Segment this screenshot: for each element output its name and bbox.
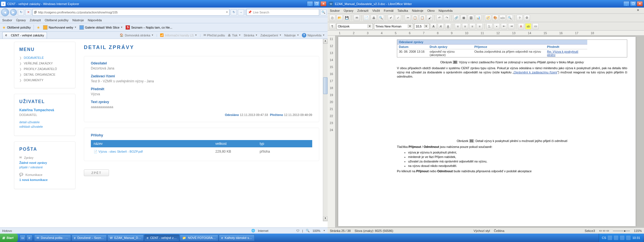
cmd-tools[interactable]: Nástroje▼ xyxy=(284,34,299,37)
favlink-suggested[interactable]: Navrhované weby▼ xyxy=(43,25,77,30)
doc-table-link[interactable]: Re: Výzva k poskytnutí plnění xyxy=(545,49,587,57)
tb-new-icon[interactable]: 🗋 xyxy=(329,15,335,21)
tb-highlight-icon[interactable]: ab xyxy=(525,23,531,29)
task-outlook[interactable]: ✉Doručená pošta - … xyxy=(34,234,71,241)
ie-search-box[interactable]: 📌 Live Search xyxy=(247,9,319,16)
cmd-help[interactable]: ?Nápověda▼ xyxy=(302,33,325,38)
size-combo[interactable]: 10,5▾ xyxy=(414,23,429,29)
tb-outdent-icon[interactable]: ⇤ xyxy=(501,23,507,29)
tb-fontcolor-icon[interactable]: A xyxy=(518,23,524,29)
lo-hruler[interactable]: 123456789101112131415161718 xyxy=(328,31,644,36)
tray-icon[interactable] xyxy=(608,236,612,240)
clock[interactable]: 10:31 xyxy=(632,236,640,239)
tb-save-icon[interactable]: 💾 xyxy=(344,15,350,21)
cmd-home[interactable]: 🏠Domovská stránka▼ xyxy=(120,33,153,37)
status-page[interactable]: Stránka 25 / 38 xyxy=(330,229,351,232)
document-page[interactable]: Odeslané zprávy Datum Druh zprávy Příjem… xyxy=(338,37,636,226)
tb-align-just-icon[interactable]: ≡ xyxy=(477,23,483,29)
tb-copy-icon[interactable]: 📋 xyxy=(412,15,418,21)
ie-refresh-button[interactable]: ↻ xyxy=(18,9,24,15)
favlink-seznam[interactable]: SSeznam – Najdu tam, co hle... xyxy=(126,25,172,30)
posta-inout[interactable]: přijaté / odeslané xyxy=(19,166,70,169)
font-combo[interactable]: Times New Roman▾ xyxy=(374,23,413,29)
style-combo[interactable]: Obrázek▾ xyxy=(337,23,373,29)
lo-menu-format[interactable]: Formát xyxy=(384,9,394,12)
tb-redo-icon[interactable]: ↷ xyxy=(444,15,450,21)
menu-profily[interactable]: ❯PROFILY ZADAVATELŮ xyxy=(19,67,70,71)
ie-tab-current[interactable]: e CENT - veřejné zakázky xyxy=(2,32,47,39)
ie-maximize-button[interactable]: ❐ xyxy=(314,1,320,6)
menu-organizace[interactable]: ❯DETAIL ORGANIZACE xyxy=(19,73,70,76)
status-style[interactable]: Výchozí styl xyxy=(473,229,490,232)
cmd-safety[interactable]: Zabezpečení▼ xyxy=(261,34,282,37)
tb-zoom-icon[interactable]: 🔍 xyxy=(507,15,513,21)
ql-desktop-icon[interactable]: ▭ xyxy=(20,235,26,241)
favlink-gallery[interactable]: Galerie oblastí Web Slice▼ xyxy=(79,25,123,30)
view-icons[interactable]: ▭ ▭ ▭ xyxy=(599,229,609,232)
status-zoom[interactable]: 115% xyxy=(634,229,642,232)
tb-bold-icon[interactable]: A xyxy=(430,23,437,29)
menu-edit[interactable]: Úpravy xyxy=(16,18,26,22)
lo-menu-window[interactable]: Okno xyxy=(427,9,435,12)
ie-go-button[interactable]: → xyxy=(238,9,244,15)
lo-minimize-button[interactable]: _ xyxy=(623,1,629,6)
scroll-down-button[interactable]: ▼ xyxy=(323,217,328,221)
tb-src-icon[interactable]: </> xyxy=(499,15,506,21)
lo-menu-view[interactable]: Zobrazit xyxy=(357,9,368,12)
tb-mail-icon[interactable]: ✉ xyxy=(354,15,360,21)
menu-zakazky[interactable]: ❯VEŘEJNÉ ZAKÁZKY xyxy=(19,62,70,65)
tb-indent-icon[interactable]: ⇥ xyxy=(508,23,514,29)
tb-underline-icon[interactable]: A xyxy=(445,23,451,29)
add-fav-icon[interactable]: ★ xyxy=(37,25,40,30)
task-kalhoty[interactable]: eKalhoty dámské s… xyxy=(219,234,255,241)
ie-stop-button[interactable]: ✕ xyxy=(25,9,31,15)
tb-align-right-icon[interactable]: ≡ xyxy=(469,23,475,29)
back-button[interactable]: ZPĚT xyxy=(84,169,109,176)
tb-image-icon[interactable]: 🖼 xyxy=(468,15,474,21)
tb-styles-icon[interactable]: ¶ xyxy=(329,23,335,29)
posta-zpravy[interactable]: ✉Zprávy xyxy=(19,156,70,159)
lo-menu-insert[interactable]: Vložit xyxy=(372,9,380,12)
ie-refresh2-button[interactable]: ↻ xyxy=(231,9,237,15)
ie-minimize-button[interactable]: _ xyxy=(307,1,313,6)
cmd-mail[interactable]: ✉Přečíst poštu xyxy=(203,33,225,37)
ie-search-button[interactable]: 🔍 xyxy=(320,9,326,15)
tb-italic-icon[interactable]: A xyxy=(438,23,444,29)
status-lang[interactable]: Čeština xyxy=(494,229,504,232)
tb-help-icon[interactable]: ? xyxy=(517,15,523,21)
ie-forward-button[interactable]: ► xyxy=(10,9,17,16)
menu-file[interactable]: Soubor xyxy=(2,18,12,22)
task-cent[interactable]: eCENT - veřejné z… xyxy=(144,234,179,241)
task-seznam[interactable]: eDoručené – Sezn… xyxy=(72,234,107,241)
tb-brush-icon[interactable]: 🖌 xyxy=(427,15,433,21)
tb-table-icon[interactable]: ▦ xyxy=(461,15,467,21)
tb-link-icon[interactable]: 🔗 xyxy=(453,15,460,21)
cmd-page[interactable]: Stránka▼ xyxy=(244,34,258,37)
tray-icon[interactable] xyxy=(626,236,631,240)
ie-scrollbar[interactable]: ▲ ▼ xyxy=(323,39,328,221)
doc-link-opravneni[interactable]: Oprávnění k zadávacímu řízení xyxy=(514,71,557,74)
ie-close-button[interactable]: ✕ xyxy=(320,1,326,6)
tb-bullist-icon[interactable]: • xyxy=(494,23,500,29)
menu-dodavatele[interactable]: ❯DODAVATELÉ xyxy=(19,56,70,59)
attachment-link[interactable]: Výzva - obec Skrbeň - BOZP.pdf xyxy=(98,150,143,153)
start-button[interactable]: ⊞ Start xyxy=(0,234,18,242)
cmd-print[interactable]: 🖶Tisk▼ xyxy=(228,34,241,37)
tb-align-left-icon[interactable]: ≡ xyxy=(455,23,461,29)
tb-ext-icon[interactable]: ⚙ xyxy=(524,15,530,21)
tray-icon[interactable] xyxy=(614,236,618,240)
tb-cut-icon[interactable]: ✂ xyxy=(405,15,411,21)
menu-help[interactable]: Nápověda xyxy=(88,18,102,22)
tb-open-icon[interactable]: 📂 xyxy=(337,15,343,21)
tb-gallery-icon[interactable]: 🎨 xyxy=(492,15,498,21)
scroll-up-button[interactable]: ▲ xyxy=(323,39,328,44)
lo-vruler[interactable]: 1112131415161718192021222324 xyxy=(328,36,335,227)
tb-numlist-icon[interactable]: 1. xyxy=(486,23,493,29)
lo-menu-help[interactable]: Nápověda xyxy=(439,9,453,12)
lo-menu-file[interactable]: Soubor xyxy=(330,9,340,12)
tb-undo-icon[interactable]: ↶ xyxy=(436,15,442,21)
tb-nav-icon[interactable]: 🧭 xyxy=(485,15,491,21)
task-foto[interactable]: 📁NOVÉ FOTOGRA… xyxy=(180,234,218,241)
tb-preview-icon[interactable]: 🔍 xyxy=(378,15,384,21)
zoom-slider[interactable]: ─────●── xyxy=(613,229,630,232)
